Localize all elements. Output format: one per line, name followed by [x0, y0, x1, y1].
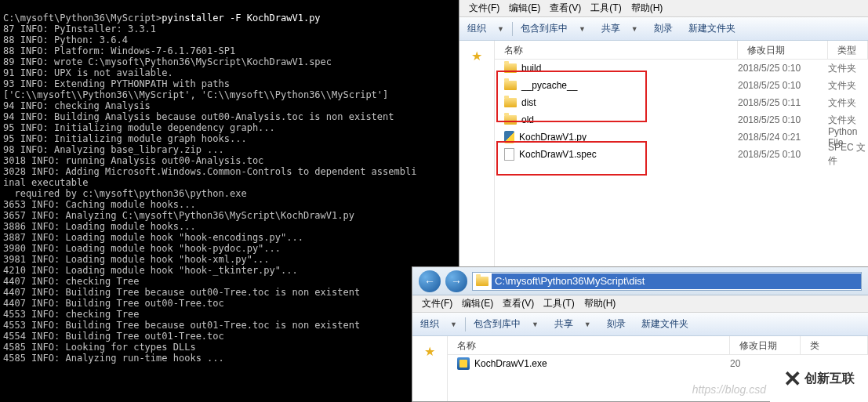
menu-help[interactable]: 帮助(H): [626, 2, 668, 15]
navigation-bar: ← →: [412, 267, 868, 295]
dropdown-icon: ▼: [623, 25, 646, 33]
toolbar-newfolder[interactable]: 新建文件夹: [681, 22, 743, 35]
dropdown-icon: ▼: [442, 321, 465, 328]
menu-help[interactable]: 帮助(H): [579, 297, 621, 310]
file-type: 文件夹: [828, 96, 868, 110]
back-button[interactable]: ←: [419, 270, 441, 292]
file-name: KochDrawV1.py: [495, 131, 738, 143]
file-date: 2018/5/24 0:21: [738, 132, 828, 143]
watermark-text: https://blog.csd: [692, 383, 766, 396]
menubar[interactable]: 文件(F) 编辑(E) 查看(V) 工具(T) 帮助(H): [459, 0, 868, 17]
forward-button[interactable]: →: [445, 270, 467, 292]
folder-icon: [504, 81, 517, 90]
file-date: 2018/5/25 0:10: [738, 114, 828, 125]
logo-icon: ✕: [783, 366, 801, 392]
favorites-icon[interactable]: ★: [422, 344, 438, 360]
terminal-output: 87 INFO: PyInstaller: 3.3.1 88 INFO: Pyt…: [3, 24, 456, 364]
explorer-window-myscript: 文件(F) 编辑(E) 查看(V) 工具(T) 帮助(H) 组织▼ 包含到库中▼…: [459, 0, 868, 266]
file-row[interactable]: __pycache__2018/5/25 0:10文件夹: [495, 77, 868, 94]
menu-tools[interactable]: 工具(T): [539, 297, 579, 310]
file-name: KochDrawV1.exe: [448, 357, 730, 370]
toolbar-newfolder[interactable]: 新建文件夹: [634, 317, 696, 331]
menu-view[interactable]: 查看(V): [498, 297, 539, 310]
file-date: 2018/5/25 0:11: [738, 97, 828, 108]
column-headers[interactable]: 名称 修改日期 类型: [495, 41, 868, 60]
header-date[interactable]: 修改日期: [738, 41, 828, 59]
file-row[interactable]: KochDrawV1.spec2018/5/25 0:10SPEC 文件: [495, 146, 868, 163]
file-date: 2018/5/25 0:10: [738, 63, 828, 74]
file-type: 文件夹: [828, 62, 868, 75]
file-row[interactable]: KochDrawV1.py2018/5/24 0:21Python File: [495, 129, 868, 146]
header-type[interactable]: 类型: [828, 41, 868, 59]
dropdown-icon: ▼: [524, 321, 547, 328]
terminal-panel: C:\mysoft\Python36\MyScript>pyinstaller …: [0, 0, 459, 402]
menu-file[interactable]: 文件(F): [417, 297, 457, 310]
folder-icon: [504, 98, 517, 107]
file-date: 2018/5/25 0:10: [738, 80, 828, 91]
menu-tools[interactable]: 工具(T): [586, 2, 626, 15]
folder-icon: [504, 63, 517, 73]
favorites-sidebar: ★: [412, 336, 448, 401]
file-name: KochDrawV1.spec: [495, 148, 738, 161]
file-row[interactable]: build2018/5/25 0:10文件夹: [495, 60, 868, 77]
menubar[interactable]: 文件(F) 编辑(E) 查看(V) 工具(T) 帮助(H): [412, 295, 868, 313]
file-name: old: [495, 114, 738, 125]
menu-view[interactable]: 查看(V): [545, 2, 586, 15]
logo-badge: ✕创新互联: [770, 355, 868, 402]
toolbar: 组织▼ 包含到库中▼ 共享▼ 刻录 新建文件夹: [412, 313, 868, 336]
header-date[interactable]: 修改日期: [730, 336, 801, 354]
header-name[interactable]: 名称: [495, 41, 738, 59]
file-name: __pycache__: [495, 80, 738, 91]
file-type: 文件夹: [828, 114, 868, 127]
file-date: 2018/5/25 0:10: [738, 149, 828, 160]
prompt: C:\mysoft\Python36\MyScript>pyinstaller …: [3, 13, 321, 24]
file-type: 文件夹: [828, 79, 868, 92]
dropdown-icon: ▼: [571, 25, 594, 33]
menu-edit[interactable]: 编辑(E): [457, 297, 498, 310]
toolbar-include[interactable]: 包含到库中: [466, 317, 528, 331]
folder-icon: [476, 277, 488, 286]
address-bar[interactable]: [472, 272, 862, 291]
column-headers[interactable]: 名称 修改日期 类: [448, 336, 868, 355]
file-name: dist: [495, 97, 738, 108]
folder-icon: [504, 115, 517, 125]
exe-file-icon: [457, 357, 470, 370]
address-input[interactable]: [492, 273, 861, 289]
toolbar-burn[interactable]: 刻录: [599, 317, 634, 331]
file-row[interactable]: old2018/5/25 0:10文件夹: [495, 111, 868, 129]
file-icon: [504, 148, 514, 161]
file-list: 名称 修改日期 类型 build2018/5/25 0:10文件夹__pycac…: [495, 41, 868, 266]
menu-file[interactable]: 文件(F): [464, 2, 504, 15]
menu-edit[interactable]: 编辑(E): [504, 2, 545, 15]
toolbar-burn[interactable]: 刻录: [646, 22, 681, 35]
favorites-sidebar: ★: [459, 41, 495, 266]
file-type: SPEC 文件: [828, 141, 868, 168]
dropdown-icon: ▼: [576, 321, 599, 328]
file-row[interactable]: dist2018/5/25 0:11文件夹: [495, 94, 868, 111]
toolbar-include[interactable]: 包含到库中: [513, 22, 576, 35]
favorites-icon[interactable]: ★: [469, 49, 485, 64]
python-file-icon: [504, 131, 514, 143]
header-type[interactable]: 类: [801, 336, 868, 354]
toolbar: 组织▼ 包含到库中▼ 共享▼ 刻录 新建文件夹: [459, 17, 868, 41]
dropdown-icon: ▼: [489, 25, 512, 33]
file-name: build: [495, 63, 738, 74]
header-name[interactable]: 名称: [448, 336, 730, 354]
